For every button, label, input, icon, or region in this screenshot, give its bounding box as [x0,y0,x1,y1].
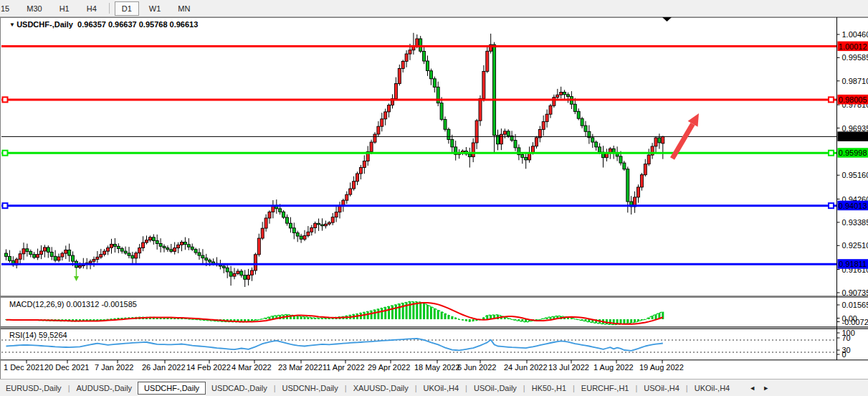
tab-hk50-h1[interactable]: HK50-,H1 [526,382,572,395]
price-axis: 1.004600.995850.987100.978100.969350.951… [837,17,868,360]
svg-text:0.015654: 0.015654 [842,301,868,309]
date-axis: 1 Dec 202120 Dec 20217 Jan 202226 Jan 20… [4,360,684,372]
svg-text:0.93385: 0.93385 [842,218,868,227]
tab-ukoil-h4[interactable]: UKOil-,H4 [689,382,736,395]
tab-scroll-left-icon[interactable]: ◄ [745,385,759,392]
tab-ukoil-h4[interactable]: UKOil-,H4 [418,382,465,395]
macd-label: MACD(12,26,9) 0.001312 -0.001585 [9,300,137,308]
svg-text:1.00012: 1.00012 [839,42,867,51]
timeframe-button-h1[interactable]: H1 [52,1,77,16]
horizontal-levels[interactable] [1,47,836,265]
price-badges: 1.000120.980050.959980.940130.918110.966… [838,42,868,269]
tab-eurchf-h1[interactable]: EURCHF-,H1 [576,382,635,395]
svg-text:1.00460: 1.00460 [842,30,868,39]
timeframe-button-m30[interactable]: M30 [19,1,49,16]
svg-text:0.98710: 0.98710 [842,77,868,85]
tab-usdchf-daily[interactable]: USDCHF-,Daily [138,382,206,395]
chart-tab-bar: EURUSD-,Daily|AUDUSD-,DailyUSDCHF-,Daily… [0,379,868,396]
svg-text:6 Jun 2022: 6 Jun 2022 [457,363,496,372]
svg-text:0: 0 [842,350,846,359]
svg-text:0.95998: 0.95998 [839,148,867,157]
timeframe-button-d1[interactable]: D1 [115,1,139,16]
svg-text:19 Aug 2022: 19 Aug 2022 [639,363,684,372]
tab-usoil-daily[interactable]: USOil-,Daily [468,382,523,395]
timeframe-toolbar: 15M30H1H4D1W1MN [0,0,868,17]
timeframe-button-h4[interactable]: H4 [80,1,104,16]
trend-arrow[interactable] [672,113,699,159]
svg-text:0.90735: 0.90735 [842,288,868,297]
svg-text:4 Mar 2022: 4 Mar 2022 [232,363,272,372]
candles-series [5,33,664,287]
tab-usdcad-daily[interactable]: USDCAD-,Daily [206,382,273,395]
chart-ohlc: 0.96357 0.96637 0.95768 0.96613 [77,20,198,29]
tab-usdcnh-daily[interactable]: USDCNH-,Daily [277,382,344,395]
tab-scroll-arrows: ◄► [745,385,773,392]
svg-text:0.94013: 0.94013 [839,202,867,210]
toolbar-separator [109,3,110,14]
svg-text:7 Jan 2022: 7 Jan 2022 [95,363,133,372]
mt4-terminal: 15M30H1H4D1W1MN 1.004600.995850.987100.9… [0,0,868,396]
tab-usoil-h4[interactable]: USOil-,H4 [638,382,685,395]
annotations[interactable] [74,17,699,281]
tab-scroll-right-icon[interactable]: ► [759,385,773,392]
svg-text:14 Feb 2022: 14 Feb 2022 [186,363,231,372]
svg-text:29 Apr 2022: 29 Apr 2022 [368,363,410,372]
price-chart-svg[interactable]: 1.004600.995850.987100.978100.969350.951… [0,17,868,379]
tab-xauusd-daily[interactable]: XAUUSD-,Daily [348,382,414,395]
svg-text:13 Jul 2022: 13 Jul 2022 [548,363,589,372]
svg-text:11 Apr 2022: 11 Apr 2022 [323,363,365,372]
svg-text:26 Jan 2022: 26 Jan 2022 [142,363,186,372]
timeframe-button-mn[interactable]: MN [171,1,197,16]
chart-shift-marker-icon [662,17,672,22]
sell-arrow[interactable] [74,268,79,281]
svg-text:0.96935: 0.96935 [842,124,868,133]
svg-text:20 Dec 2021: 20 Dec 2021 [44,363,89,372]
symbol-dropdown-icon: ▼ [9,22,16,28]
timeframe-button-w1[interactable]: W1 [142,1,168,16]
chart-frame [0,17,868,379]
svg-text:18 May 2022: 18 May 2022 [414,363,460,372]
chart-symbol: USDCHF-,Daily [16,20,73,29]
svg-text:0.95160: 0.95160 [842,171,868,179]
svg-text:23 Mar 2022: 23 Mar 2022 [278,363,323,372]
chart-title: ▼ USDCHF-,Daily 0.96357 0.96637 0.95768 … [9,20,198,29]
svg-text:-0.007259: -0.007259 [842,318,868,326]
chart-window[interactable]: 1.004600.995850.987100.978100.969350.951… [0,17,868,379]
svg-text:0.92510: 0.92510 [842,241,868,250]
svg-text:1 Aug 2022: 1 Aug 2022 [593,363,634,372]
svg-text:0.91811: 0.91811 [839,260,867,268]
svg-text:24 Jun 2022: 24 Jun 2022 [504,363,548,372]
timeframe-button-15[interactable]: 15 [0,1,16,16]
rsi-panel [1,339,836,352]
tab-audusd-daily[interactable]: AUDUSD-,Daily [70,382,138,395]
svg-text:0.98005: 0.98005 [839,95,867,104]
svg-text:0.96613: 0.96613 [839,132,867,141]
svg-text:0.99585: 0.99585 [842,53,868,62]
rsi-label: RSI(14) 59,5264 [9,331,67,339]
svg-text:70: 70 [842,334,851,342]
tab-eurusd-daily[interactable]: EURUSD-,Daily [0,382,67,395]
svg-text:1 Dec 2021: 1 Dec 2021 [4,363,44,372]
